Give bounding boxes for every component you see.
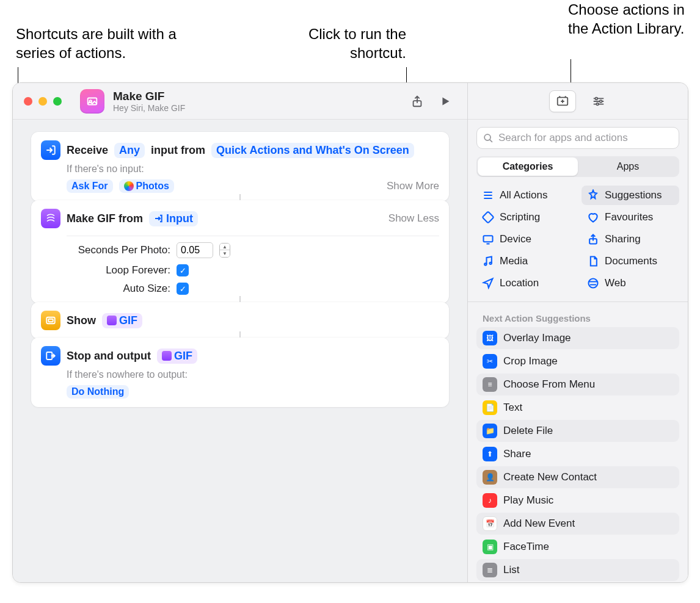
suggestion-icon: ♪ [483,493,497,508]
search-field[interactable]: Search for apps and actions [476,127,679,149]
seconds-stepper[interactable]: ▲▼ [219,243,230,258]
svg-rect-12 [484,236,493,242]
show-more-link[interactable]: Show More [387,180,439,192]
autosize-checkbox[interactable]: ✓ [177,283,189,295]
title-block: Make GIF Hey Siri, Make GIF [113,90,185,113]
run-button[interactable] [434,90,456,112]
token-do-nothing[interactable]: Do Nothing [67,385,129,399]
settings-button[interactable] [591,95,607,108]
suggestion-add-new-event[interactable]: 📅Add New Event [476,513,679,535]
category-icon [586,211,600,224]
category-label: Suggestions [605,189,662,201]
suggestion-delete-file[interactable]: 📁Delete File [476,420,679,442]
suggestion-list[interactable]: ≣List [476,559,679,581]
category-icon [586,255,600,268]
seconds-input[interactable] [177,242,213,258]
token-gif-2[interactable]: GIF [157,348,197,364]
suggestion-text[interactable]: 📄Text [476,397,679,419]
category-icon [586,233,600,246]
category-documents[interactable]: Documents [582,251,679,271]
action-receive[interactable]: Receive Any input from Quick Actions and… [31,132,449,201]
suggestion-share[interactable]: ⬆Share [476,443,679,465]
action-stop-output[interactable]: Stop and output GIF If there's nowhere t… [31,338,449,407]
category-sharing[interactable]: Sharing [582,229,679,249]
svg-point-9 [596,103,599,105]
category-label: Scripting [500,211,540,223]
category-label: Sharing [605,233,641,245]
category-scripting[interactable]: Scripting [476,208,574,227]
show-label: Show [67,314,96,327]
suggestion-label: Choose From Menu [503,378,595,391]
suggestion-icon: ≣ [483,563,497,577]
receive-input-from: input from [151,144,205,157]
zoom-window-button[interactable] [53,97,62,106]
category-location[interactable]: Location [476,273,574,293]
gif-glyph-icon [107,316,117,325]
no-input-label: If there's no input: [67,164,439,175]
suggestion-label: Overlay Image [503,332,571,344]
category-label: Documents [605,255,657,267]
shortcut-title: Make GIF [113,90,185,103]
svg-rect-3 [46,317,55,324]
suggestion-overlay-image[interactable]: 🖼Overlay Image [476,327,679,349]
share-button[interactable] [406,90,428,112]
suggestion-crop-image[interactable]: ✂Crop Image [476,350,679,372]
library-tabs[interactable]: Categories Apps [476,156,679,177]
category-all-actions[interactable]: All Actions [476,186,574,205]
output-icon [41,346,60,366]
makegif-title: Make GIF from [67,212,143,225]
category-label: Web [605,277,626,289]
category-favourites[interactable]: Favourites [582,208,679,227]
actions-list: Receive Any input from Quick Actions and… [13,120,467,427]
suggestion-play-music[interactable]: ♪Play Music [476,489,679,511]
editor-pane: Make GIF Hey Siri, Make GIF Receive Any [13,83,468,582]
token-source[interactable]: Quick Actions and What's On Screen [211,143,414,158]
svg-point-7 [596,97,598,99]
connector [239,331,241,338]
suggestion-icon: ✂ [483,354,497,369]
close-window-button[interactable] [24,97,32,106]
loop-checkbox[interactable]: ✓ [177,264,189,276]
tab-categories[interactable]: Categories [478,157,578,176]
category-device[interactable]: Device [476,229,574,249]
callout-middle: Click to run the shortcut. [290,24,406,62]
token-ask-for[interactable]: Ask For [67,179,113,193]
suggestion-label: Share [503,448,531,460]
action-make-gif[interactable]: Make GIF from Input Show Less Seconds Pe… [31,200,449,303]
suggestion-choose-from-menu[interactable]: ≡Choose From Menu [476,374,679,395]
suggestion-label: Add New Event [503,518,575,530]
connector [239,194,241,200]
suggestion-facetime[interactable]: ▣FaceTime [476,536,679,558]
suggestion-icon: ≡ [483,377,497,392]
minimize-window-button[interactable] [38,97,47,106]
token-photos[interactable]: Photos [119,179,174,193]
suggestion-create-new-contact[interactable]: 👤Create New Contact [476,466,679,488]
nowhere-label: If there's nowhere to output: [67,369,439,380]
category-suggestions[interactable]: Suggestions [582,186,679,205]
show-less-link[interactable]: Show Less [388,212,439,225]
seconds-label: Seconds Per Photo: [67,244,170,256]
svg-point-10 [484,134,490,140]
category-icon [481,255,495,268]
category-label: Location [500,277,539,289]
category-web[interactable]: Web [582,273,679,293]
suggestion-list: 🖼Overlay Image✂Crop Image≡Choose From Me… [476,327,679,583]
gif-glyph-icon [162,351,172,361]
svg-rect-11 [483,212,494,223]
suggestion-icon: ▣ [483,540,497,554]
token-gif-1[interactable]: GIF [102,313,142,328]
suggestion-record-a-new-voice-memo[interactable]: ●Record a new voice memo [476,582,679,583]
shortcut-subtitle: Hey Siri, Make GIF [113,103,185,113]
suggestion-label: Delete File [503,425,553,437]
svg-point-16 [589,279,598,288]
action-library-button[interactable] [549,90,576,112]
svg-point-8 [600,100,602,103]
category-media[interactable]: Media [476,251,574,271]
category-icon [586,189,600,202]
token-input[interactable]: Input [149,211,198,226]
category-label: Media [500,255,528,267]
callout-right: Choose actions in the Action Library. [568,0,690,38]
tab-apps[interactable]: Apps [578,157,678,176]
svg-point-15 [490,262,492,264]
token-any[interactable]: Any [114,143,145,158]
